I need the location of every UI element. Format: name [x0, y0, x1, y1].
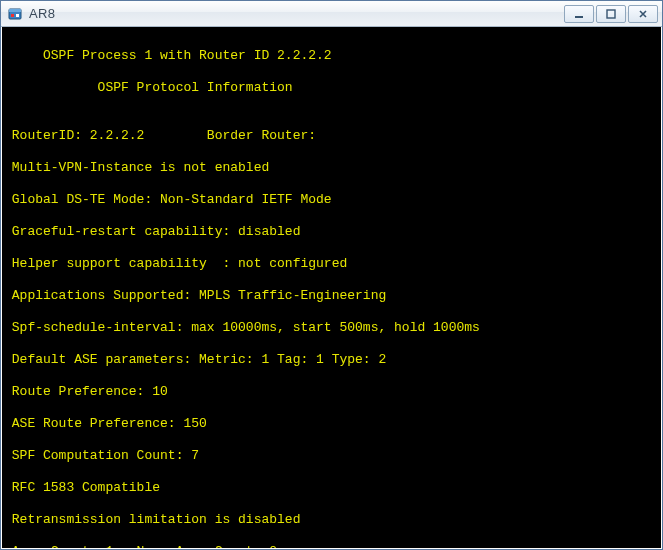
terminal-line: SPF Computation Count: 7	[4, 448, 659, 464]
maximize-button[interactable]	[596, 5, 626, 23]
terminal-line: Applications Supported: MPLS Traffic-Eng…	[4, 288, 659, 304]
terminal-line: ASE Route Preference: 150	[4, 416, 659, 432]
terminal-line: Default ASE parameters: Metric: 1 Tag: 1…	[4, 352, 659, 368]
titlebar[interactable]: AR8	[1, 1, 662, 27]
terminal-line: Graceful-restart capability: disabled	[4, 224, 659, 240]
svg-rect-2	[11, 14, 14, 17]
terminal-line: OSPF Protocol Information	[4, 80, 659, 96]
terminal-line: RFC 1583 Compatible	[4, 480, 659, 496]
terminal-output[interactable]: OSPF Process 1 with Router ID 2.2.2.2 OS…	[2, 28, 661, 548]
svg-rect-4	[575, 16, 583, 18]
terminal-line: Helper support capability : not configur…	[4, 256, 659, 272]
terminal-line: Spf-schedule-interval: max 10000ms, star…	[4, 320, 659, 336]
svg-rect-1	[9, 9, 21, 12]
terminal-line: OSPF Process 1 with Router ID 2.2.2.2	[4, 48, 659, 64]
terminal-line: Global DS-TE Mode: Non-Standard IETF Mod…	[4, 192, 659, 208]
app-icon	[7, 6, 23, 22]
terminal-line: Area Count: 1 Nssa Area Count: 0	[4, 544, 659, 548]
minimize-button[interactable]	[564, 5, 594, 23]
terminal-line: RouterID: 2.2.2.2 Border Router:	[4, 128, 659, 144]
terminal-line: Retransmission limitation is disabled	[4, 512, 659, 528]
terminal-line: Route Preference: 10	[4, 384, 659, 400]
svg-rect-5	[607, 10, 615, 18]
window-controls	[562, 5, 658, 23]
close-button[interactable]	[628, 5, 658, 23]
svg-rect-3	[16, 14, 19, 17]
window-title: AR8	[29, 6, 562, 21]
window: AR8 OSPF Process 1 with Router ID 2.2.2.…	[0, 0, 663, 550]
terminal-line: Multi-VPN-Instance is not enabled	[4, 160, 659, 176]
